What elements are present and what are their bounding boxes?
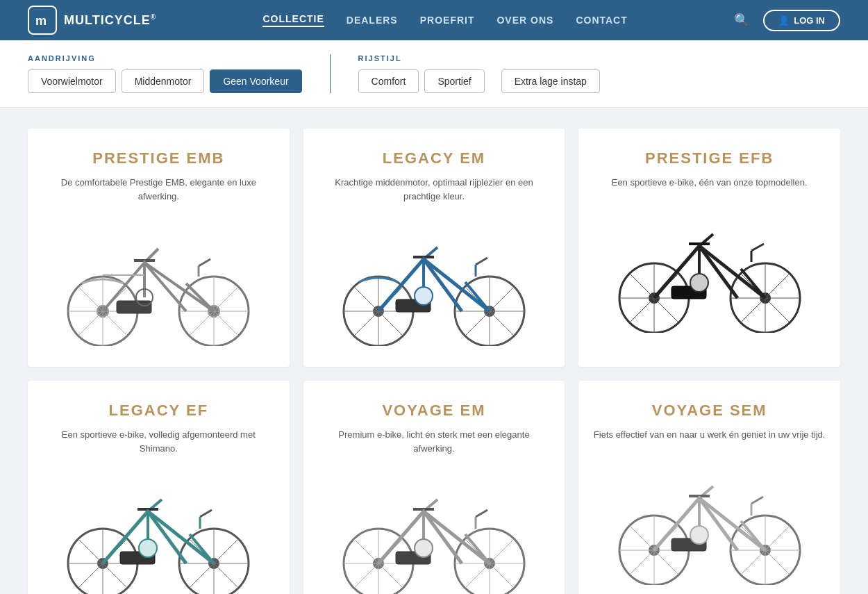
- products-area: PRESTIGE EMB De comfortabele Prestige EM…: [0, 108, 868, 594]
- svg-point-39: [415, 287, 433, 305]
- product-card-voyage-sem[interactable]: VOYAGE SEM Fiets effectief van en naar u…: [578, 381, 840, 594]
- product-image: [42, 466, 276, 594]
- aandrijving-options: Voorwielmotor Middenmotor Geen Voorkeur: [28, 69, 302, 93]
- product-image: [317, 466, 551, 594]
- svg-point-58: [690, 274, 708, 292]
- logo-area[interactable]: m MULTICYCLE®: [28, 6, 156, 35]
- svg-point-96: [415, 539, 433, 557]
- svg-line-72: [200, 510, 212, 517]
- rijstijl-label: RIJSTIJL: [358, 54, 600, 63]
- filter-sportief[interactable]: Sportief: [424, 69, 484, 93]
- product-desc: Fiets effectief van en naar u werk én ge…: [594, 428, 826, 442]
- svg-line-110: [751, 497, 763, 504]
- svg-point-115: [690, 526, 708, 544]
- svg-line-91: [476, 510, 487, 517]
- person-icon: 👤: [778, 15, 790, 26]
- nav-over-ons[interactable]: OVER ONS: [496, 15, 553, 26]
- product-image: [592, 453, 826, 592]
- logo-text: MULTICYCLE®: [64, 13, 156, 28]
- product-title: VOYAGE SEM: [652, 402, 767, 420]
- product-card-prestige-efb[interactable]: PRESTIGE EFB Een sportieve e-bike, één v…: [578, 129, 840, 367]
- logo-icon: m: [28, 6, 57, 35]
- filter-voorwielmotor[interactable]: Voorwielmotor: [28, 69, 116, 93]
- product-title: LEGACY EM: [383, 149, 485, 167]
- products-grid: PRESTIGE EMB De comfortabele Prestige EM…: [28, 129, 840, 594]
- main-nav: COLLECTIE DEALERS PROEFRIT OVER ONS CONT…: [262, 13, 627, 27]
- filter-divider: [330, 54, 331, 93]
- nav-proefrit[interactable]: PROEFRIT: [420, 15, 475, 26]
- product-desc: De comfortabele Prestige EMB, elegante e…: [42, 176, 276, 203]
- product-image: [42, 214, 276, 353]
- svg-point-77: [139, 539, 157, 557]
- product-card-legacy-ef[interactable]: LEGACY EF Een sportieve e-bike, volledig…: [28, 381, 290, 594]
- aandrijving-filter: AANDRIJVING Voorwielmotor Middenmotor Ge…: [28, 54, 302, 93]
- product-desc: Een sportieve e-bike, volledig afgemonte…: [42, 428, 276, 455]
- svg-text:m: m: [35, 14, 47, 28]
- product-desc: Krachtige middenmotor, optimaal rijplezi…: [317, 176, 551, 203]
- filter-comfort[interactable]: Comfort: [358, 69, 419, 93]
- filter-extra-lage-instap[interactable]: Extra lage instap: [501, 69, 600, 93]
- header-right: 🔍 👤 LOG IN: [734, 10, 840, 31]
- filter-geen-voorkeur[interactable]: Geen Voorkeur: [210, 69, 301, 93]
- product-title: VOYAGE EM: [382, 402, 485, 420]
- product-card-voyage-em[interactable]: VOYAGE EM Premium e-bike, licht én sterk…: [303, 381, 565, 594]
- search-icon[interactable]: 🔍: [734, 13, 749, 28]
- main-header: m MULTICYCLE® COLLECTIE DEALERS PROEFRIT…: [0, 0, 868, 40]
- product-title: PRESTIGE EFB: [645, 149, 774, 167]
- rijstijl-options: Comfort Sportief Extra lage instap: [358, 69, 600, 93]
- rijstijl-filter: RIJSTIJL Comfort Sportief Extra lage ins…: [358, 54, 600, 93]
- product-desc: Premium e-bike, licht én sterk met een e…: [317, 428, 551, 455]
- svg-line-14: [199, 259, 210, 266]
- product-desc: Een sportieve e-bike, één van onze topmo…: [612, 176, 808, 190]
- nav-contact[interactable]: CONTACT: [576, 15, 627, 26]
- filter-middenmotor[interactable]: Middenmotor: [122, 69, 205, 93]
- product-card-legacy-em[interactable]: LEGACY EM Krachtige middenmotor, optimaa…: [303, 129, 565, 367]
- login-button[interactable]: 👤 LOG IN: [763, 10, 840, 31]
- svg-line-53: [751, 244, 764, 251]
- product-card-prestige-emb[interactable]: PRESTIGE EMB De comfortabele Prestige EM…: [28, 129, 290, 367]
- product-title: LEGACY EF: [109, 402, 209, 420]
- product-title: PRESTIGE EMB: [92, 149, 224, 167]
- nav-collectie[interactable]: COLLECTIE: [262, 13, 324, 27]
- filter-bar: AANDRIJVING Voorwielmotor Middenmotor Ge…: [0, 40, 868, 108]
- product-image: [317, 214, 551, 353]
- product-image: [592, 201, 826, 340]
- svg-line-34: [476, 258, 487, 265]
- svg-rect-18: [117, 301, 151, 313]
- nav-dealers[interactable]: DEALERS: [347, 15, 398, 26]
- aandrijving-label: AANDRIJVING: [28, 54, 302, 63]
